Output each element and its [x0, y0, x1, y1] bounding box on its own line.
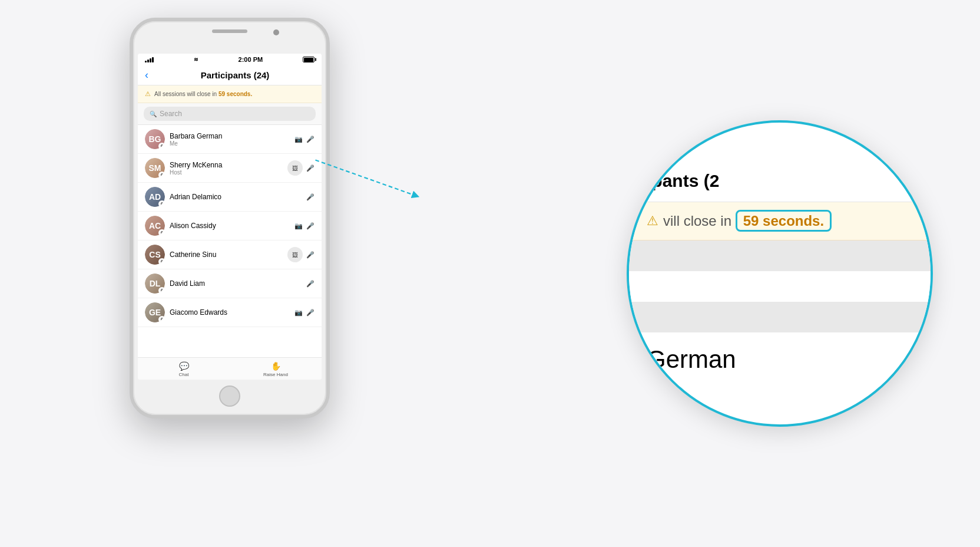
magnified-circle: ipants (2 ⚠ vill close in 59 seconds. Ge…: [627, 120, 933, 427]
list-item: GE 🎙 Giacomo Edwards 📷 🎤: [138, 298, 322, 327]
mic-muted-icon: 🎤: [306, 309, 314, 317]
phone-screen: ≋ 2:00 PM ‹ Participants (24) ⚠ All: [138, 54, 322, 380]
list-item: AC 🎙 Alison Cassidy 📷 🎤: [138, 212, 322, 240]
participant-actions: 🖼 🎤: [287, 247, 314, 262]
magnified-alert-text: vill close in 59 seconds.: [663, 213, 832, 229]
phone-camera: [273, 29, 279, 35]
avatar: BG 🎙: [145, 129, 165, 149]
list-item: CS 🎙 Catherine Sinu 🖼 🎤: [138, 240, 322, 269]
search-placeholder: Search: [160, 110, 182, 118]
nav-bar: ‹ Participants (24): [138, 65, 322, 85]
list-item: SM 🎙 Sherry McKenna Host 🖼 🎤: [138, 154, 322, 183]
search-input-wrap[interactable]: 🔍 Search: [144, 107, 316, 121]
mic-muted-icon: 🎤: [306, 164, 314, 172]
phone-speaker: [212, 29, 247, 33]
signal-icon: [145, 57, 154, 62]
participant-info: Barbara German Me: [170, 132, 290, 147]
participant-name: David Liam: [170, 279, 302, 288]
alert-banner: ⚠ All sessions will close in 59 seconds.: [138, 85, 322, 103]
video-icon: 📷: [294, 309, 303, 317]
magnified-name-row: German: [629, 332, 931, 387]
mic-muted-icon: 🎤: [306, 222, 314, 230]
phone-shell: ≋ 2:00 PM ‹ Participants (24) ⚠ All: [130, 18, 330, 419]
avatar: CS 🎙: [145, 245, 165, 265]
scene: ≋ 2:00 PM ‹ Participants (24) ⚠ All: [0, 0, 980, 547]
participant-name: Barbara German: [170, 132, 290, 140]
phone-home-button[interactable]: [219, 385, 240, 407]
tab-chat[interactable]: 💬 Chat: [138, 361, 230, 377]
magnified-header: ipants (2: [629, 160, 931, 202]
participant-name: Giacomo Edwards: [170, 308, 290, 317]
participant-actions: 📷 🎤: [294, 222, 314, 230]
search-bar: 🔍 Search: [138, 103, 322, 125]
mic-badge: 🎙: [158, 143, 165, 149]
tab-bar: 💬 Chat ✋ Raise Hand: [138, 357, 322, 380]
avatar: GE 🎙: [145, 302, 165, 322]
mic-muted-icon: 🎤: [306, 136, 314, 143]
connector-line: [312, 153, 442, 212]
tab-chat-label: Chat: [179, 372, 189, 377]
chat-icon: 💬: [179, 361, 189, 371]
raise-hand-icon: ✋: [271, 361, 281, 371]
magnified-stripe-2: [629, 271, 931, 302]
participant-info: Adrian Delamico: [170, 193, 302, 201]
mic-badge: 🎙: [158, 258, 165, 265]
tab-raise-hand[interactable]: ✋ Raise Hand: [230, 361, 322, 377]
magnified-stripe-3: [629, 302, 931, 332]
mic-badge: 🎙: [158, 200, 165, 207]
participant-role: Host: [170, 169, 283, 176]
image-button[interactable]: 🖼: [287, 247, 303, 262]
mic-badge: 🎙: [158, 229, 165, 236]
participant-info: Sherry McKenna Host: [170, 161, 283, 176]
avatar: AC 🎙: [145, 216, 165, 236]
participant-info: Giacomo Edwards: [170, 308, 290, 317]
nav-title: Participants (24): [155, 70, 314, 80]
participant-name: Sherry McKenna: [170, 161, 283, 169]
battery-icon: [303, 57, 314, 62]
alert-text: All sessions will close in 59 seconds.: [154, 91, 252, 97]
status-bar: ≋ 2:00 PM: [138, 54, 322, 65]
image-button[interactable]: 🖼: [287, 160, 303, 176]
participants-list: BG 🎙 Barbara German Me 📷 🎤: [138, 125, 322, 357]
back-button[interactable]: ‹: [145, 69, 148, 81]
avatar: AD 🎙: [145, 187, 165, 207]
magnified-warning-icon: ⚠: [647, 213, 658, 229]
video-icon: 📷: [294, 136, 303, 143]
participant-actions: 📷 🎤: [294, 136, 314, 143]
participant-actions: 🖼 🎤: [287, 160, 314, 176]
mic-badge: 🎙: [158, 316, 165, 322]
mic-muted-icon: 🎤: [306, 251, 314, 259]
participant-actions: 🎤: [306, 280, 314, 288]
search-icon: 🔍: [150, 111, 157, 117]
mic-muted-icon: 🎤: [306, 193, 314, 201]
status-time: 2:00 PM: [239, 56, 263, 63]
wifi-icon: ≋: [194, 57, 198, 62]
warning-icon: ⚠: [145, 90, 151, 98]
tab-raise-hand-label: Raise Hand: [263, 372, 288, 377]
avatar: DL 🎙: [145, 274, 165, 294]
mic-badge: 🎙: [158, 172, 165, 178]
participant-name: Adrian Delamico: [170, 193, 302, 201]
magnified-content: ipants (2 ⚠ vill close in 59 seconds. Ge…: [629, 123, 931, 424]
mic-badge: 🎙: [158, 287, 165, 294]
participant-role: Me: [170, 140, 290, 147]
magnified-alert-bold: 59 seconds.: [736, 210, 832, 232]
list-item: BG 🎙 Barbara German Me 📷 🎤: [138, 125, 322, 154]
list-item: DL 🎙 David Liam 🎤: [138, 269, 322, 298]
participant-info: Alison Cassidy: [170, 222, 290, 230]
participant-name: Catherine Sinu: [170, 251, 283, 259]
svg-line-0: [316, 160, 416, 196]
avatar: SM 🎙: [145, 158, 165, 178]
magnified-stripe-1: [629, 240, 931, 271]
list-item: AD 🎙 Adrian Delamico 🎤: [138, 183, 322, 212]
participant-name: Alison Cassidy: [170, 222, 290, 230]
alert-seconds: 59 seconds.: [218, 91, 252, 97]
mic-muted-icon: 🎤: [306, 280, 314, 288]
participant-actions: 📷 🎤: [294, 309, 314, 317]
magnified-alert-row: ⚠ vill close in 59 seconds.: [629, 202, 931, 240]
participant-actions: 🎤: [306, 193, 314, 201]
participant-info: David Liam: [170, 279, 302, 288]
participant-info: Catherine Sinu: [170, 251, 283, 259]
video-icon: 📷: [294, 222, 303, 230]
